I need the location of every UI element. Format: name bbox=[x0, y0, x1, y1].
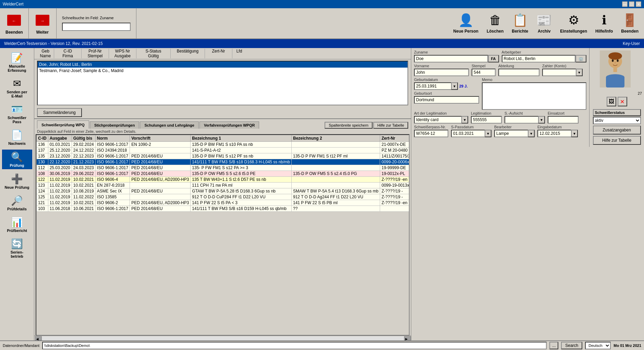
einstellungen-button[interactable]: ⚙ Einstellungen bbox=[560, 13, 587, 34]
table-cell[interactable]: ISO 9606-1:2017 bbox=[95, 165, 130, 171]
table-row[interactable]: 12411.02.201910.08.2019ASME Sec IXPED 20… bbox=[37, 188, 410, 194]
table-cell[interactable]: PED 2014/68/EU bbox=[130, 165, 191, 171]
table-cell[interactable]: 23.12.2020 bbox=[48, 153, 72, 159]
table-cell[interactable]: Z-????/19 - bbox=[380, 188, 410, 194]
table-cell[interactable] bbox=[292, 165, 380, 171]
table-row[interactable]: 13601.03.202129.02.2024ISO 9606-1:2017EN… bbox=[37, 142, 410, 148]
abteilung-input[interactable] bbox=[498, 69, 539, 76]
table-cell[interactable]: 29.02.2024 bbox=[72, 142, 95, 148]
arbeitgeber-input[interactable] bbox=[502, 55, 576, 62]
th-zertnr[interactable]: Zert-Nr bbox=[380, 135, 410, 142]
table-cell[interactable]: 21-0007x-DE bbox=[380, 142, 410, 148]
table-cell[interactable]: 10.06.2021 bbox=[72, 206, 95, 212]
neue-person-button[interactable]: 👤 Neue Person bbox=[453, 13, 478, 34]
table-cell[interactable]: ISO 13585 bbox=[95, 194, 130, 200]
sammelaenderung-button[interactable]: Sammeländerung bbox=[37, 108, 82, 117]
table-cell[interactable]: 0099-20-0006x-RO bbox=[380, 159, 410, 165]
table-cell[interactable]: PED 2014/68/EU bbox=[130, 159, 191, 165]
table-cell[interactable]: 19-0012x-PL bbox=[380, 171, 410, 177]
data-table-container[interactable]: C-ID Ausgabe Gültig bis Norm Vorschrift … bbox=[36, 134, 410, 336]
table-cell[interactable]: 11.02.2019 bbox=[48, 188, 72, 194]
table-cell[interactable]: PED 2014/68/EU bbox=[130, 206, 191, 212]
spassdatum-dropdown-btn[interactable]: ▼ bbox=[485, 130, 491, 137]
arbeitgeber-icon-button[interactable]: 🏢 bbox=[575, 55, 586, 62]
saufsicht-dropdown-btn[interactable]: ▼ bbox=[538, 116, 545, 124]
table-cell[interactable]: 135-D P OW FM5 S 5 s2.6 t5.0 PE bbox=[191, 171, 292, 177]
photo-add-btn[interactable]: 🖼 bbox=[607, 97, 616, 106]
spaltenbreite-speichern-button[interactable]: Spaltenbreite speichern bbox=[325, 122, 373, 129]
table-cell[interactable]: 135-D P BW FM1 S s10 PA ss nb bbox=[191, 142, 292, 148]
table-cell[interactable]: 25.12.2020 bbox=[48, 148, 72, 153]
table-cell[interactable]: 135-D P OW FM5 S 5 s2.4 t5.0 PG bbox=[292, 171, 380, 177]
geburtsdatum-dropdown-btn[interactable]: ▼ bbox=[451, 82, 458, 90]
table-cell[interactable]: 103 bbox=[37, 206, 48, 212]
table-cell[interactable]: PED 2014/68/EU bbox=[130, 153, 191, 159]
table-cell[interactable]: 135 bbox=[37, 153, 48, 159]
table-cell[interactable]: 112 bbox=[37, 165, 48, 171]
hilfe-tabelle-button[interactable]: Hilfe zur Tabelle bbox=[373, 122, 408, 129]
person-item[interactable]: Doe, John; Robot Ltd., Berlin bbox=[38, 61, 408, 68]
table-cell[interactable]: SMAW T BW P-5A 5.4 t13 D168.3 6Gup ss mb bbox=[292, 188, 380, 194]
tab-stichproben[interactable]: Stichprobenprüfungen bbox=[90, 121, 139, 129]
table-cell[interactable] bbox=[130, 148, 191, 153]
table-row[interactable]: 10830.06.201929.06.2022ISO 9606-1:2017PE… bbox=[37, 171, 410, 177]
table-cell[interactable]: 11.02.2022 bbox=[72, 194, 95, 200]
table-row[interactable]: 13523.12.202022.12.2023ISO 9606-1:2017PE… bbox=[37, 153, 410, 159]
zusatzangaben-button[interactable]: Zusatzangaben bbox=[593, 126, 641, 135]
th-bez2[interactable]: Bezeichnung 2 bbox=[292, 135, 380, 142]
table-row[interactable]: 10311.06.201810.06.2021ISO 9606-1:2017PE… bbox=[37, 206, 410, 212]
table-cell[interactable]: Z-????/19 - bbox=[380, 194, 410, 200]
schweisspassnr-input[interactable] bbox=[414, 130, 448, 137]
table-cell[interactable]: 141 P FW 22 S t5 PB ml bbox=[292, 200, 380, 206]
table-cell[interactable] bbox=[130, 183, 191, 188]
table-cell[interactable]: 912 T O D-D CuP284 FF t1 D22 L20 VU bbox=[191, 194, 292, 200]
table-cell[interactable]: 122 bbox=[37, 177, 48, 183]
table-cell[interactable]: PZ M 20-0480 bbox=[380, 148, 410, 153]
table-cell[interactable]: ISO 9606-1:2017 bbox=[95, 153, 130, 159]
memo-textarea[interactable] bbox=[482, 82, 586, 110]
scroll-right-btn[interactable]: ► bbox=[404, 336, 411, 340]
legitimation-input[interactable] bbox=[471, 116, 502, 124]
photo-delete-btn[interactable]: ✕ bbox=[618, 97, 627, 106]
table-row[interactable]: 12111.02.201910.02.2021ISO 9606-2PED 201… bbox=[37, 200, 410, 206]
th-ausgabe[interactable]: Ausgabe bbox=[48, 135, 72, 142]
loeschen-button[interactable]: 🗑 Löschen bbox=[487, 13, 503, 34]
schweiss-status-select[interactable]: aktiv inaktiv gesperrt bbox=[593, 117, 641, 124]
table-cell[interactable]: 111 CPH 71 nw PA ml bbox=[191, 183, 292, 188]
table-cell[interactable] bbox=[292, 159, 380, 165]
table-cell[interactable]: 01.03.2021 bbox=[48, 142, 72, 148]
zuname-fa-button[interactable]: FA bbox=[488, 55, 499, 62]
table-cell[interactable]: ISO 9606-4 bbox=[95, 177, 130, 183]
table-cell[interactable]: 141/111 T BW FM3 S/B s18 D168.3 H-L045 s… bbox=[191, 159, 292, 165]
table-cell[interactable]: ISO 9606-1:2017 bbox=[95, 206, 130, 212]
table-cell[interactable] bbox=[292, 148, 380, 153]
bearbeiter-input[interactable] bbox=[494, 130, 528, 137]
table-cell[interactable]: Z-????/19 -en bbox=[380, 177, 410, 183]
sidebar-item-neue-pruefung[interactable]: ➕ Neue Prüfung bbox=[2, 172, 32, 191]
saufsicht-input[interactable] bbox=[505, 116, 539, 124]
table-cell[interactable]: 25.03.2020 bbox=[48, 165, 72, 171]
berichte-button[interactable]: 📋 Berichte bbox=[512, 13, 528, 34]
table-cell[interactable]: 22.12.2023 bbox=[72, 153, 95, 159]
zahler-dropdown-btn[interactable]: ▼ bbox=[576, 69, 583, 76]
hilfe-tabelle-right-button[interactable]: Hilfe zur Tabelle bbox=[593, 136, 641, 145]
table-cell[interactable]: ISO 9606-1:2017 bbox=[95, 142, 130, 148]
table-cell[interactable]: 10.08.2019 bbox=[72, 188, 95, 194]
table-cell[interactable]: 10.02.2021 bbox=[72, 200, 95, 206]
sidebar-item-pruefung[interactable]: 🔍 Prüfung bbox=[2, 150, 32, 169]
geburtsort-input[interactable] bbox=[414, 96, 479, 104]
zuname-input[interactable] bbox=[414, 55, 488, 62]
table-cell[interactable]: 108 bbox=[37, 171, 48, 177]
geburtsdatum-input[interactable] bbox=[414, 82, 452, 90]
sidebar-item-serien-betrieb[interactable]: 🔄 Serien-betrieb bbox=[2, 237, 32, 260]
status-path-input[interactable] bbox=[42, 342, 547, 349]
table-cell[interactable]: ISO 9606-1:2017 bbox=[95, 159, 130, 165]
spassdatum-input[interactable] bbox=[451, 130, 485, 137]
table-cell[interactable]: 24.03.2023 bbox=[72, 165, 95, 171]
table-row[interactable]: 12311.02.201910.02.2021EN 287-6:2018111 … bbox=[37, 183, 410, 188]
table-cell[interactable]: PED 2014/68/EU bbox=[130, 171, 191, 177]
table-cell[interactable]: EN 287-6:2018 bbox=[95, 183, 130, 188]
close-btn[interactable]: ✕ bbox=[636, 1, 641, 7]
tab-schulungen[interactable]: Schulungen und Lehrgänge bbox=[140, 121, 198, 129]
minimize-btn[interactable]: — bbox=[622, 1, 628, 7]
